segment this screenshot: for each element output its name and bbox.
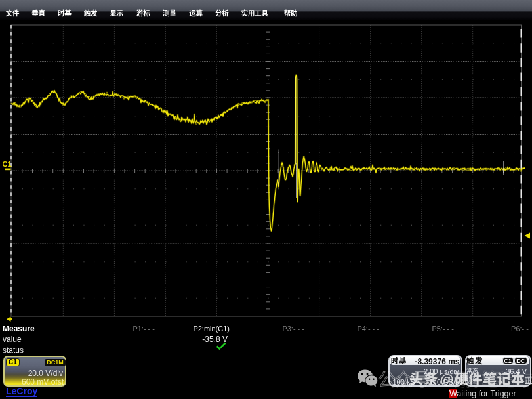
svg-text:C1: C1 <box>3 160 12 168</box>
